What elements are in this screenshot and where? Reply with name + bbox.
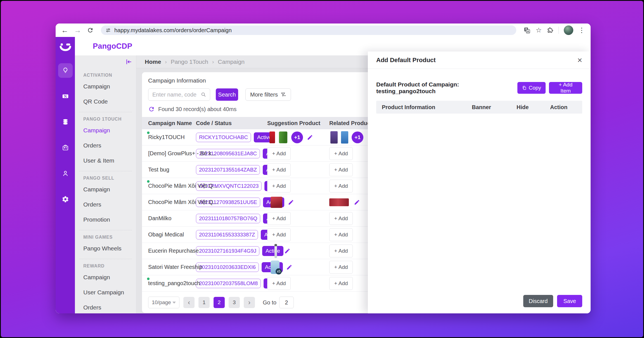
product-thumb-red-can — [269, 132, 275, 143]
brand-logo-text[interactable]: PangoCDP — [93, 42, 132, 51]
add-related-product-button[interactable]: + Add — [329, 261, 353, 274]
sidebar-item-campaign-sell[interactable]: Campaign — [75, 182, 136, 197]
more-filters-button[interactable]: More filters — [245, 88, 291, 101]
goto-page-input[interactable] — [279, 297, 294, 308]
rail-item-settings[interactable] — [58, 192, 73, 206]
breadcrumb-campaign: Campaign — [218, 58, 245, 65]
site-info-icon[interactable] — [105, 27, 111, 33]
campaign-name[interactable]: DanMilko — [148, 215, 171, 221]
sidebar-item-promotion[interactable]: Promotion — [75, 212, 136, 227]
live-indicator — [147, 132, 150, 134]
more-products-badge[interactable]: +1 — [291, 132, 303, 143]
search-input[interactable] — [152, 91, 200, 98]
page-size-select[interactable]: 10/page — [148, 297, 179, 308]
campaign-name[interactable]: Satori Water Freeship — [148, 264, 202, 270]
add-suggestion-product-button[interactable]: + Add — [267, 212, 291, 225]
rail-item-activation[interactable] — [58, 63, 73, 78]
page-button-3[interactable]: 3 — [229, 297, 240, 308]
browser-menu-icon[interactable]: ⋮ — [578, 26, 585, 34]
search-button[interactable]: Search — [216, 88, 238, 101]
live-indicator — [147, 180, 150, 183]
forward-icon[interactable]: → — [74, 27, 81, 34]
add-related-product-button[interactable]: + Add — [329, 163, 353, 176]
add-related-product-button[interactable]: + Add — [329, 147, 353, 160]
add-suggestion-product-button[interactable]: + Add — [267, 277, 291, 290]
add-suggestion-product-button[interactable]: + Add — [267, 228, 291, 241]
campaign-code-chip: 20231010203633EDXI6 — [196, 262, 259, 272]
add-related-product-button[interactable]: + Add — [329, 212, 353, 225]
add-related-product-button[interactable]: + Add — [329, 245, 353, 257]
rail-item-orders[interactable] — [58, 140, 73, 155]
sidebar-item-user-campaign[interactable]: User Campaign — [75, 285, 136, 300]
chevron-down-icon — [172, 302, 176, 304]
page-button-2[interactable]: 2 — [214, 297, 225, 308]
pango-logo[interactable] — [56, 39, 75, 57]
rail-item-promotion[interactable] — [58, 89, 73, 104]
rail-item-data[interactable] — [58, 115, 73, 129]
address-bar[interactable]: happy.mydatalakes.com/orders/orderCampai… — [101, 25, 516, 35]
campaign-name[interactable]: ChocoPie Mâm Xôi Việt Q... — [148, 199, 218, 205]
toolbar-divider — [558, 27, 559, 34]
edit-related-icon[interactable] — [354, 199, 360, 205]
reload-icon[interactable] — [87, 27, 94, 34]
database-icon — [62, 118, 69, 126]
collapse-sidebar-icon[interactable] — [125, 58, 132, 65]
sidebar-item-orders-sell[interactable]: Orders — [75, 197, 136, 212]
browser-toolbar: ← → happy.mydatalakes.com/orders/orderCa… — [56, 24, 591, 37]
bookmark-icon[interactable]: ☆ — [536, 26, 542, 34]
sidebar-item-campaign-activation[interactable]: Campaign — [75, 79, 136, 94]
rail-item-users[interactable] — [58, 166, 73, 181]
extensions-icon[interactable] — [547, 27, 553, 34]
page-button-1[interactable]: 1 — [198, 297, 210, 308]
campaign-name[interactable]: Test bug — [148, 166, 169, 173]
prev-page-button[interactable]: ‹ — [183, 297, 195, 308]
campaign-name[interactable]: Obagi Medical — [148, 231, 184, 238]
edit-suggestion-icon[interactable] — [284, 248, 290, 254]
campaign-name[interactable]: Ricky1TOUCH — [148, 134, 185, 140]
sidebar-item-campaign-reward[interactable]: Campaign — [75, 270, 136, 285]
add-item-button[interactable]: + Add Item — [549, 82, 582, 94]
next-page-button[interactable]: › — [244, 297, 255, 308]
col-banner: Banner — [472, 104, 517, 111]
sidebar-item-campaign-1touch[interactable]: Campaign — [75, 123, 136, 138]
profile-avatar[interactable] — [564, 25, 573, 35]
col-code-status: Code / Status — [196, 120, 267, 126]
briefcase-icon — [62, 144, 69, 151]
copy-button[interactable]: Copy — [517, 82, 545, 94]
refresh-icon[interactable] — [148, 106, 155, 112]
url-text[interactable]: happy.mydatalakes.com/orders/orderCampai… — [114, 27, 232, 34]
search-icon[interactable] — [200, 91, 207, 98]
add-related-product-button[interactable]: + Add — [329, 277, 353, 290]
campaign-name[interactable]: Eucerin Repurchase — [148, 248, 199, 254]
add-related-product-button[interactable]: + Add — [329, 180, 353, 193]
breadcrumb-separator: › — [165, 59, 167, 65]
col-campaign-name: Campaign Name — [142, 120, 196, 126]
sidebar-item-pango-wheels[interactable]: Pango Wheels — [75, 241, 136, 256]
edit-suggestion-icon[interactable] — [286, 264, 292, 270]
campaign-name[interactable]: [Demo] GrowPlus+ - Bé k... — [148, 150, 216, 156]
sidebar-item-orders-reward[interactable]: Orders — [75, 300, 136, 313]
edit-suggestion-icon[interactable] — [307, 134, 313, 140]
add-suggestion-product-button[interactable]: + Add — [267, 180, 291, 193]
ticket-percent-icon — [62, 93, 69, 100]
sidebar-item-user-item[interactable]: User & Item — [75, 153, 136, 168]
discard-button[interactable]: Discard — [523, 295, 553, 307]
campaign-name[interactable]: testing_pango2touch — [148, 280, 200, 286]
sidebar-item-qr-code[interactable]: QR Code — [75, 94, 136, 109]
close-icon[interactable]: × — [577, 56, 582, 64]
sidebar-item-orders-1touch[interactable]: Orders — [75, 138, 136, 153]
add-related-product-button[interactable]: + Add — [329, 228, 353, 241]
edit-suggestion-icon[interactable] — [288, 199, 294, 205]
back-icon[interactable]: ← — [61, 27, 68, 34]
translate-icon[interactable] — [524, 27, 531, 34]
live-indicator — [147, 278, 150, 280]
breadcrumb-home[interactable]: Home — [145, 58, 161, 65]
add-suggestion-product-button[interactable]: + Add — [267, 147, 291, 160]
campaign-name[interactable]: ChocoPie Mâm Xôi Việt Q... — [148, 183, 218, 189]
save-button[interactable]: Save — [557, 295, 582, 307]
add-suggestion-product-button[interactable]: + Add — [267, 163, 291, 176]
quantity-badge: x5 — [276, 268, 282, 274]
more-products-badge[interactable]: +1 — [352, 132, 363, 143]
product-thumb-chocopie-box — [271, 197, 282, 208]
breadcrumb-pango-1touch[interactable]: Pango 1Touch — [171, 58, 208, 65]
